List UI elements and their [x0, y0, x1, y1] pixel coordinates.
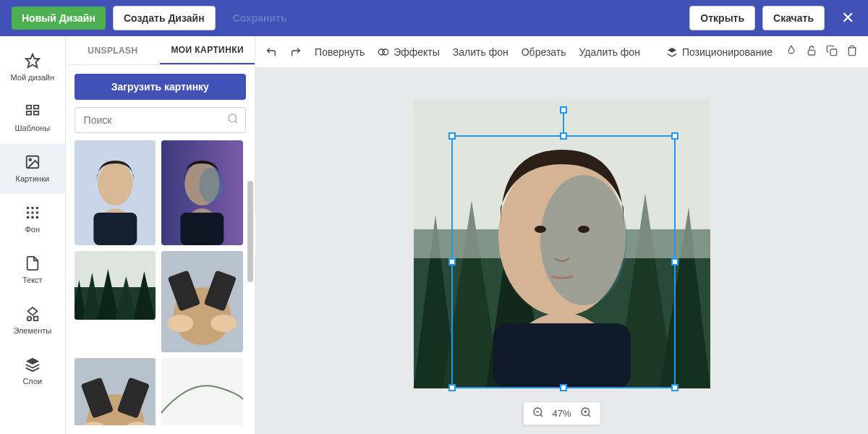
svg-point-50 [383, 49, 388, 55]
rail-layers[interactable]: Слои [0, 346, 65, 396]
canvas-toolbar: Повернуть Эффекты Залить фон Обрезать Уд… [255, 36, 868, 68]
resize-handle-mb[interactable] [560, 384, 567, 391]
opacity-button[interactable] [786, 45, 797, 59]
panel-tabs: UNSPLASH МОИ КАРТИНКИ [66, 36, 255, 65]
svg-point-40 [168, 315, 194, 332]
new-design-button[interactable]: Новый Дизайн [12, 7, 106, 30]
left-rail: Мой дизайн Шаблоны Картинки Фон Текст Эл… [0, 36, 66, 434]
open-button[interactable]: Открыть [689, 6, 755, 30]
canvas-area: Повернуть Эффекты Залить фон Обрезать Уд… [255, 36, 868, 434]
svg-rect-2 [34, 106, 38, 109]
shapes-icon [25, 306, 41, 322]
positioning-button[interactable]: Позиционирование [666, 46, 773, 58]
templates-icon [25, 103, 41, 119]
zoom-in-icon [580, 407, 592, 418]
svg-point-15 [35, 216, 38, 219]
rail-images-label: Картинки [15, 174, 49, 183]
gallery-thumb[interactable] [75, 140, 156, 245]
layers-icon [25, 357, 41, 373]
star-icon [25, 53, 41, 69]
svg-rect-52 [808, 50, 814, 55]
artboard[interactable] [414, 99, 710, 388]
svg-point-41 [211, 315, 237, 332]
svg-marker-51 [668, 48, 676, 53]
download-button[interactable]: Скачать [762, 6, 825, 30]
svg-point-13 [27, 216, 30, 219]
rail-text-label: Текст [22, 276, 43, 284]
rotate-button[interactable]: Повернуть [315, 46, 365, 58]
canvas-background[interactable]: 47% [255, 68, 868, 434]
zoom-value: 47% [553, 408, 571, 419]
lock-button[interactable] [806, 45, 817, 59]
svg-point-28 [200, 168, 223, 203]
resize-handle-tr[interactable] [671, 132, 678, 140]
svg-point-11 [31, 211, 34, 214]
rail-my-design-label: Мой дизайн [11, 73, 55, 82]
rail-text[interactable]: Текст [0, 244, 65, 295]
resize-handle-mr[interactable] [671, 258, 678, 265]
svg-rect-24 [93, 213, 137, 245]
rotate-handle[interactable] [560, 106, 567, 114]
rail-templates[interactable]: Шаблоны [0, 93, 65, 143]
svg-rect-18 [34, 317, 38, 321]
zoom-out-button[interactable] [532, 407, 544, 420]
svg-point-8 [31, 207, 34, 210]
svg-point-9 [35, 207, 38, 210]
svg-point-12 [35, 211, 38, 214]
resize-handle-mt[interactable] [560, 132, 567, 140]
trash-icon [846, 45, 858, 56]
resize-handle-br[interactable] [671, 384, 678, 391]
gallery-thumb[interactable] [75, 251, 156, 320]
svg-point-20 [229, 114, 237, 122]
crop-button[interactable]: Обрезать [522, 46, 566, 58]
svg-point-6 [29, 158, 31, 161]
undo-button[interactable] [265, 46, 277, 58]
image-gallery [75, 140, 246, 425]
duplicate-button[interactable] [826, 45, 838, 59]
grid-icon [25, 205, 41, 221]
save-button: Сохранить [223, 7, 297, 30]
svg-line-21 [235, 122, 237, 124]
svg-line-68 [540, 414, 542, 417]
fill-bg-button[interactable]: Залить фон [453, 46, 509, 58]
resize-handle-tl[interactable] [448, 132, 456, 140]
create-design-button[interactable]: Создать Дизайн [113, 6, 216, 30]
gallery-thumb[interactable] [75, 358, 156, 425]
gallery-scrollbar[interactable] [247, 181, 253, 282]
undo-icon [265, 46, 277, 58]
remove-bg-button[interactable]: Удалить фон [579, 46, 640, 58]
delete-button[interactable] [846, 45, 858, 59]
rail-templates-label: Шаблоны [14, 124, 50, 132]
copy-icon [826, 45, 838, 56]
redo-button[interactable] [290, 46, 302, 58]
rail-images[interactable]: Картинки [0, 143, 65, 194]
layers-icon [666, 46, 678, 58]
upload-image-button[interactable]: Загрузить картинку [75, 74, 246, 100]
resize-handle-ml[interactable] [448, 258, 456, 265]
rail-background[interactable]: Фон [0, 194, 65, 244]
effects-button[interactable]: Эффекты [378, 46, 440, 58]
zoom-out-icon [532, 407, 544, 418]
selection-box[interactable] [451, 135, 676, 388]
gallery-thumb[interactable] [161, 140, 243, 245]
svg-rect-27 [181, 213, 224, 245]
svg-marker-16 [27, 307, 37, 315]
svg-point-7 [27, 207, 30, 210]
gallery-thumb[interactable] [161, 358, 243, 425]
search-input[interactable] [75, 107, 246, 133]
rail-elements[interactable]: Элементы [0, 295, 65, 346]
zoom-in-button[interactable] [580, 407, 592, 420]
resize-handle-bl[interactable] [448, 384, 456, 391]
search-icon [227, 113, 239, 127]
side-panel: UNSPLASH МОИ КАРТИНКИ Загрузить картинку [66, 36, 255, 434]
rail-my-design[interactable]: Мой дизайн [0, 42, 65, 93]
tab-unsplash[interactable]: UNSPLASH [66, 36, 161, 64]
zoom-control: 47% [523, 401, 601, 425]
svg-point-10 [27, 211, 30, 214]
svg-rect-3 [27, 111, 31, 115]
svg-rect-4 [34, 111, 38, 115]
droplet-icon [786, 45, 797, 56]
close-icon[interactable]: ✕ [839, 9, 856, 27]
tab-my-images[interactable]: МОИ КАРТИНКИ [160, 36, 255, 64]
gallery-thumb[interactable] [161, 251, 243, 352]
